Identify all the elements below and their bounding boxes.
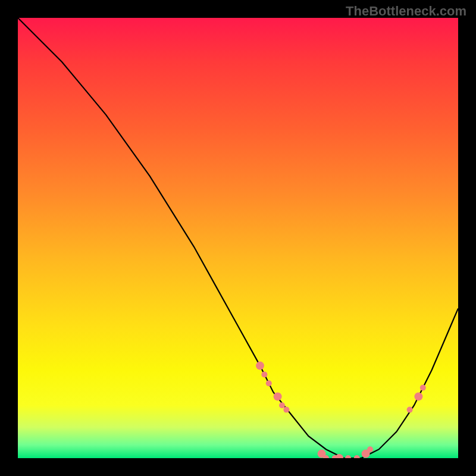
marker-point (266, 380, 272, 386)
plot-area (18, 18, 458, 458)
marker-point (256, 362, 264, 370)
marker-point (420, 385, 426, 391)
attribution-text: TheBottleneck.com (346, 4, 466, 19)
marker-point (274, 392, 282, 400)
marker-point (407, 407, 413, 413)
marker-point (261, 371, 267, 377)
marker-point (279, 402, 285, 408)
marker-point (345, 455, 351, 458)
bottleneck-curve-line (18, 18, 458, 458)
marker-point (354, 455, 360, 458)
chart-container: TheBottleneck.com (0, 0, 476, 476)
marker-point (367, 446, 373, 452)
marker-point (414, 392, 422, 400)
marker-point (283, 407, 289, 413)
highlight-markers (256, 362, 426, 458)
curve-svg (18, 18, 458, 458)
